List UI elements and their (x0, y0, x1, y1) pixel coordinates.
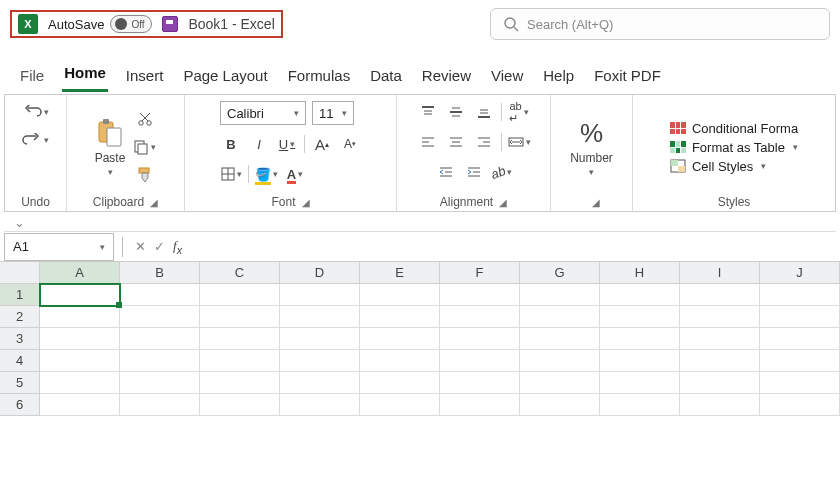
grow-font-button[interactable]: A▴ (311, 133, 333, 155)
increase-indent-button[interactable] (463, 161, 485, 183)
enter-formula-button[interactable]: ✓ (150, 239, 169, 254)
font-size-select[interactable]: 11▾ (312, 101, 354, 125)
cell[interactable] (200, 350, 280, 372)
cell[interactable] (440, 306, 520, 328)
cell[interactable] (680, 328, 760, 350)
cell[interactable] (680, 306, 760, 328)
orientation-button[interactable]: ab (491, 161, 513, 183)
cell[interactable] (120, 394, 200, 416)
copy-button[interactable] (133, 136, 156, 158)
cell[interactable] (760, 328, 840, 350)
merge-center-button[interactable] (508, 131, 531, 153)
cell[interactable] (600, 372, 680, 394)
column-header[interactable]: H (600, 262, 680, 284)
cell[interactable] (440, 350, 520, 372)
cell[interactable] (200, 306, 280, 328)
cell[interactable] (760, 350, 840, 372)
row-header[interactable]: 6 (0, 394, 40, 416)
cell[interactable] (40, 372, 120, 394)
cell[interactable] (360, 284, 440, 306)
cell[interactable] (120, 372, 200, 394)
number-launcher[interactable]: ◢ (592, 197, 600, 208)
column-header[interactable]: D (280, 262, 360, 284)
alignment-launcher[interactable]: ◢ (499, 197, 507, 208)
cell[interactable] (520, 284, 600, 306)
cell[interactable] (120, 306, 200, 328)
cell[interactable] (680, 284, 760, 306)
row-header[interactable]: 1 (0, 284, 40, 306)
cell[interactable] (40, 328, 120, 350)
align-left-button[interactable] (417, 131, 439, 153)
tab-file[interactable]: File (18, 63, 46, 92)
cell[interactable] (680, 372, 760, 394)
spreadsheet-grid[interactable]: ABCDEFGHIJ123456 (0, 262, 840, 416)
autosave-toggle[interactable]: AutoSave Off (48, 15, 152, 33)
cell[interactable] (760, 306, 840, 328)
align-center-button[interactable] (445, 131, 467, 153)
wrap-text-button[interactable]: ab↵ (508, 101, 530, 123)
font-name-select[interactable]: Calibri▾ (220, 101, 306, 125)
cell[interactable] (760, 394, 840, 416)
tab-data[interactable]: Data (368, 63, 404, 92)
tab-formulas[interactable]: Formulas (286, 63, 353, 92)
cell[interactable] (360, 372, 440, 394)
tab-view[interactable]: View (489, 63, 525, 92)
format-as-table-button[interactable]: Format as Table (670, 140, 798, 155)
cell[interactable] (360, 350, 440, 372)
cell[interactable] (440, 284, 520, 306)
cell[interactable] (520, 372, 600, 394)
cell[interactable] (600, 284, 680, 306)
align-middle-button[interactable] (445, 101, 467, 123)
font-color-button[interactable]: A (284, 163, 306, 185)
cell[interactable] (680, 350, 760, 372)
cell[interactable] (600, 306, 680, 328)
borders-button[interactable] (220, 163, 242, 185)
row-header[interactable]: 4 (0, 350, 40, 372)
tab-review[interactable]: Review (420, 63, 473, 92)
decrease-indent-button[interactable] (435, 161, 457, 183)
tab-insert[interactable]: Insert (124, 63, 166, 92)
ribbon-collapse-bar[interactable]: ⌄ (4, 214, 836, 232)
cell[interactable] (280, 372, 360, 394)
cut-button[interactable] (134, 108, 156, 130)
fill-color-button[interactable]: 🪣 (255, 163, 278, 185)
row-header[interactable]: 2 (0, 306, 40, 328)
search-input[interactable]: Search (Alt+Q) (490, 8, 830, 40)
cell[interactable] (680, 394, 760, 416)
cell[interactable] (120, 328, 200, 350)
cell[interactable] (440, 372, 520, 394)
underline-button[interactable]: U (276, 133, 298, 155)
save-icon[interactable] (162, 16, 178, 32)
cell[interactable] (520, 306, 600, 328)
cell[interactable] (360, 394, 440, 416)
cell[interactable] (760, 284, 840, 306)
cell[interactable] (520, 350, 600, 372)
cell[interactable] (360, 328, 440, 350)
cell[interactable] (440, 328, 520, 350)
cell[interactable] (40, 350, 120, 372)
cell[interactable] (280, 284, 360, 306)
tab-page-layout[interactable]: Page Layout (181, 63, 269, 92)
column-header[interactable]: E (360, 262, 440, 284)
cell[interactable] (360, 306, 440, 328)
italic-button[interactable]: I (248, 133, 270, 155)
cell[interactable] (600, 328, 680, 350)
row-header[interactable]: 5 (0, 372, 40, 394)
cell[interactable] (440, 394, 520, 416)
cell[interactable] (760, 372, 840, 394)
cell[interactable] (280, 328, 360, 350)
align-right-button[interactable] (473, 131, 495, 153)
column-header[interactable]: J (760, 262, 840, 284)
cell[interactable] (280, 306, 360, 328)
shrink-font-button[interactable]: A▾ (339, 133, 361, 155)
cell[interactable] (520, 328, 600, 350)
cancel-formula-button[interactable]: ✕ (131, 239, 150, 254)
tab-home[interactable]: Home (62, 60, 108, 92)
cell[interactable] (600, 350, 680, 372)
font-launcher[interactable]: ◢ (302, 197, 310, 208)
column-header[interactable]: I (680, 262, 760, 284)
bold-button[interactable]: B (220, 133, 242, 155)
cell[interactable] (200, 284, 280, 306)
tab-help[interactable]: Help (541, 63, 576, 92)
clipboard-launcher[interactable]: ◢ (150, 197, 158, 208)
